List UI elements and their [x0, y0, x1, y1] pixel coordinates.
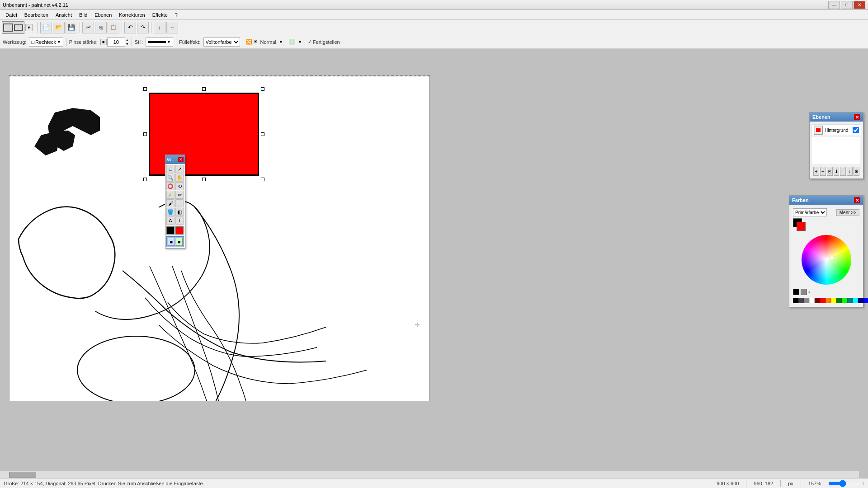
palette-swatch[interactable]: [853, 298, 858, 303]
tool-fg-color[interactable]: ■: [168, 238, 175, 246]
tool-gradient[interactable]: ◧: [175, 208, 184, 216]
paste-button[interactable]: 📋: [108, 22, 119, 33]
tool-shapes[interactable]: T: [175, 216, 184, 225]
tool-select[interactable]: □: [166, 165, 175, 173]
opacity-dropdown[interactable]: ▼: [298, 40, 302, 44]
tool-secondary-color[interactable]: [175, 226, 184, 235]
zoom-slider[interactable]: [828, 480, 864, 487]
brush-size-icon[interactable]: ■: [100, 39, 107, 45]
selection-handle-bottom-right[interactable]: [261, 178, 264, 181]
menu-ebenen[interactable]: Ebenen: [91, 11, 115, 19]
cut-button[interactable]: ✂: [82, 22, 94, 33]
tool-selector[interactable]: □ Rechteck ▼: [29, 38, 63, 47]
antialiasing-check[interactable]: ✓ Fertigstellen: [308, 39, 340, 45]
close-button[interactable]: ✕: [854, 1, 865, 9]
palette-swatch[interactable]: [836, 298, 842, 303]
tool-text[interactable]: A: [166, 216, 175, 225]
palette-swatch[interactable]: [831, 298, 836, 303]
brush-size-input[interactable]: [107, 38, 125, 47]
tool-eraser[interactable]: ⬜: [175, 199, 184, 207]
selection-handle-middle-left[interactable]: [143, 132, 147, 136]
palette-swatch[interactable]: [804, 298, 809, 303]
color-wheel-container[interactable]: [799, 233, 854, 287]
minimize-button[interactable]: —: [828, 1, 840, 9]
merge-layer-button[interactable]: ⬇: [834, 167, 840, 176]
color-mode-select[interactable]: Primärfarbe: [793, 208, 827, 216]
add-layer-button[interactable]: +: [813, 167, 819, 176]
horizontal-scrollbar[interactable]: [0, 471, 859, 478]
palette-swatch[interactable]: [809, 298, 815, 303]
fuelleffekt-select[interactable]: Volltonfarbe: [203, 38, 240, 47]
tool-ellipse-select[interactable]: ⭕: [166, 182, 175, 190]
selection-handle-bottom-left[interactable]: [143, 178, 147, 181]
menu-korrekturen[interactable]: Korrekturen: [115, 11, 148, 19]
new-file-button[interactable]: 📄: [40, 22, 52, 33]
tool-move[interactable]: ↗: [175, 165, 184, 173]
menu-ansicht[interactable]: Ansicht: [52, 11, 75, 19]
tool-primary-color[interactable]: [166, 226, 175, 235]
layer-visibility-checkbox[interactable]: [853, 127, 859, 133]
maximize-button[interactable]: □: [841, 1, 853, 9]
palette-swatch[interactable]: [793, 298, 798, 303]
redo-button[interactable]: ↷: [137, 22, 149, 33]
color-wheel-selector[interactable]: [830, 256, 834, 260]
red-rectangle-selection[interactable]: [145, 89, 263, 179]
layer-up-button[interactable]: ↑: [840, 167, 846, 176]
selection-handle-bottom-center[interactable]: [202, 178, 206, 181]
menu-bild[interactable]: Bild: [75, 11, 91, 19]
layer-down-button[interactable]: ↓: [847, 167, 853, 176]
menu-bearbeiten[interactable]: Bearbeiten: [21, 11, 52, 19]
canvas[interactable]: ✛: [9, 76, 429, 401]
save-button[interactable]: 💾: [66, 22, 77, 33]
selection-handle-top-center[interactable]: [202, 87, 206, 91]
menu-datei[interactable]: Datei: [2, 11, 21, 19]
undo-button[interactable]: ↶: [124, 22, 136, 33]
tool-lasso-select[interactable]: ⟲: [175, 182, 184, 190]
palette-swatch[interactable]: [842, 298, 847, 303]
colors-close-button[interactable]: ✕: [854, 197, 860, 203]
tool-fill[interactable]: 🪣: [166, 208, 175, 216]
tool-pan[interactable]: ✋: [175, 174, 184, 182]
layers-close-button[interactable]: ✕: [854, 114, 860, 120]
brush-size-down[interactable]: ▼: [126, 42, 129, 46]
delete-layer-button[interactable]: −: [820, 167, 826, 176]
selection-handle-top-left[interactable]: [143, 87, 147, 91]
tool-bg-color[interactable]: ■: [176, 238, 183, 246]
normal-dropdown[interactable]: ▼: [279, 40, 283, 44]
open-file-button[interactable]: 📂: [53, 22, 65, 33]
menu-help[interactable]: ?: [171, 11, 181, 19]
palette-swatch[interactable]: [826, 298, 831, 303]
selection-handle-middle-right[interactable]: [261, 132, 264, 136]
palette-swatch[interactable]: [863, 298, 868, 303]
secondary-color-swatch[interactable]: [797, 222, 806, 231]
layers-panel-header[interactable]: Ebenen ✕: [810, 113, 863, 122]
scrollbar-thumb[interactable]: [9, 472, 36, 478]
palette-swatch[interactable]: [847, 298, 853, 303]
tool-brush[interactable]: 🖌: [166, 199, 175, 207]
palette-swatch[interactable]: [815, 298, 820, 303]
black-swatch[interactable]: [793, 289, 799, 295]
brush-size-up[interactable]: ▲: [126, 38, 129, 42]
tools-panel-header[interactable]: W... ✕: [165, 155, 185, 164]
grey-swatch[interactable]: [801, 289, 807, 295]
duplicate-layer-button[interactable]: ⎘: [827, 167, 833, 176]
selection-handle-top-right[interactable]: [261, 87, 264, 91]
palette-swatch[interactable]: [820, 298, 826, 303]
copy-button[interactable]: ⎘: [95, 22, 107, 33]
layer-settings-button[interactable]: ⚙: [854, 167, 859, 176]
layer-item-background[interactable]: Hintergrund: [811, 124, 861, 136]
rotate-button[interactable]: ↕: [154, 22, 165, 33]
palette-swatch[interactable]: [858, 298, 863, 303]
tools-panel-close[interactable]: ✕: [178, 157, 184, 162]
flip-button[interactable]: ↔: [166, 22, 178, 33]
colors-panel-header[interactable]: Farben ✕: [789, 196, 863, 205]
menu-effekte[interactable]: Effekte: [149, 11, 171, 19]
palette-swatch[interactable]: [798, 298, 804, 303]
tool-magic-wand[interactable]: 🪄: [166, 191, 175, 199]
stil-selector[interactable]: ▼: [146, 38, 173, 47]
tool-pencil[interactable]: ✏: [175, 191, 184, 199]
toolbar-dropdown[interactable]: ▼: [25, 24, 33, 31]
canvas-area[interactable]: ✛: [0, 49, 868, 478]
more-colors-button[interactable]: Mehr >>: [836, 209, 859, 216]
tool-zoom-in[interactable]: 🔍: [166, 174, 175, 182]
